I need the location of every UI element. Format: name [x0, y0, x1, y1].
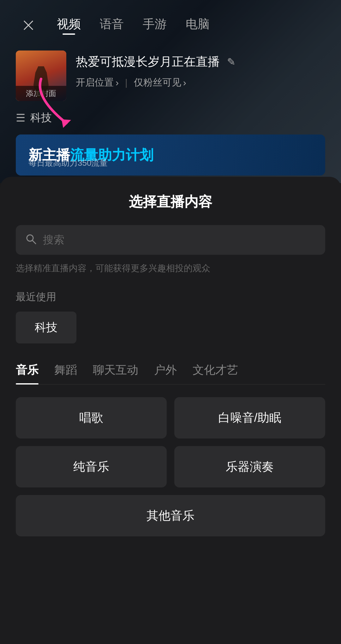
stream-meta-row: 开启位置 › | 仅粉丝可见 ›: [76, 76, 325, 89]
content-item-instrumental[interactable]: 纯音乐: [16, 446, 167, 487]
edit-title-button[interactable]: ✎: [225, 56, 237, 68]
recent-tags-list: 科技: [16, 312, 325, 343]
content-item-singing[interactable]: 唱歌: [16, 397, 167, 438]
stream-details: 热爱可抵漫长岁月正在直播 ✎ 开启位置 › | 仅粉丝可见 ›: [76, 51, 325, 89]
location-setting[interactable]: 开启位置 ›: [76, 76, 119, 89]
selected-category[interactable]: 科技: [30, 110, 52, 125]
cat-tab-dance[interactable]: 舞蹈: [54, 362, 77, 384]
svg-line-3: [33, 241, 36, 244]
cover-label: 添加封面: [16, 86, 66, 101]
bottom-sheet: 选择直播内容 搜索 选择精准直播内容，可能获得更多兴趣相投的观众 最近使用 科技…: [0, 177, 341, 644]
promo-subtitle: 每日最高助力350流量: [28, 158, 108, 169]
content-item-other-music[interactable]: 其他音乐: [16, 495, 325, 536]
stream-title-row: 热爱可抵漫长岁月正在直播 ✎: [76, 54, 325, 70]
cat-tab-music[interactable]: 音乐: [16, 362, 39, 384]
cat-tab-outdoor[interactable]: 户外: [154, 362, 177, 384]
recent-section-label: 最近使用: [16, 290, 325, 304]
search-icon: [25, 233, 37, 247]
nav-tab-mobile-game[interactable]: 手游: [143, 16, 167, 35]
search-hint: 选择精准直播内容，可能获得更多兴趣相投的观众: [16, 262, 325, 274]
search-placeholder-text: 搜索: [43, 233, 64, 247]
cat-tab-culture[interactable]: 文化才艺: [193, 362, 238, 384]
category-tabs: 音乐 舞蹈 聊天互动 户外 文化才艺: [16, 362, 325, 385]
meta-divider: |: [125, 77, 128, 88]
cat-tab-chat[interactable]: 聊天互动: [93, 362, 138, 384]
content-item-instrument[interactable]: 乐器演奏: [174, 446, 325, 487]
nav-tab-pc[interactable]: 电脑: [186, 16, 210, 35]
search-bar[interactable]: 搜索: [16, 225, 325, 255]
sheet-title: 选择直播内容: [16, 193, 325, 211]
promo-banner[interactable]: 新主播流量助力计划 每日最高助力350流量: [16, 134, 325, 176]
nav-tab-voice[interactable]: 语音: [100, 16, 124, 35]
stream-info-section: 添加封面 热爱可抵漫长岁月正在直播 ✎ 开启位置 › | 仅粉丝可见 ›: [0, 41, 341, 110]
close-button[interactable]: [19, 16, 38, 35]
nav-tab-video[interactable]: 视频: [57, 16, 81, 35]
content-item-white-noise[interactable]: 白噪音/助眠: [174, 397, 325, 438]
category-row: ☰ 科技: [0, 110, 341, 134]
recent-tag-tech[interactable]: 科技: [16, 312, 76, 343]
list-icon: ☰: [16, 111, 25, 124]
nav-tab-list: 视频 语音 手游 电脑: [57, 16, 322, 35]
content-grid: 唱歌 白噪音/助眠 纯音乐 乐器演奏 其他音乐: [16, 397, 325, 536]
top-navigation: 视频 语音 手游 电脑: [0, 0, 341, 41]
visibility-setting[interactable]: 仅粉丝可见 ›: [134, 76, 186, 89]
stream-title: 热爱可抵漫长岁月正在直播: [76, 54, 220, 70]
cover-thumbnail[interactable]: 添加封面: [16, 51, 66, 101]
